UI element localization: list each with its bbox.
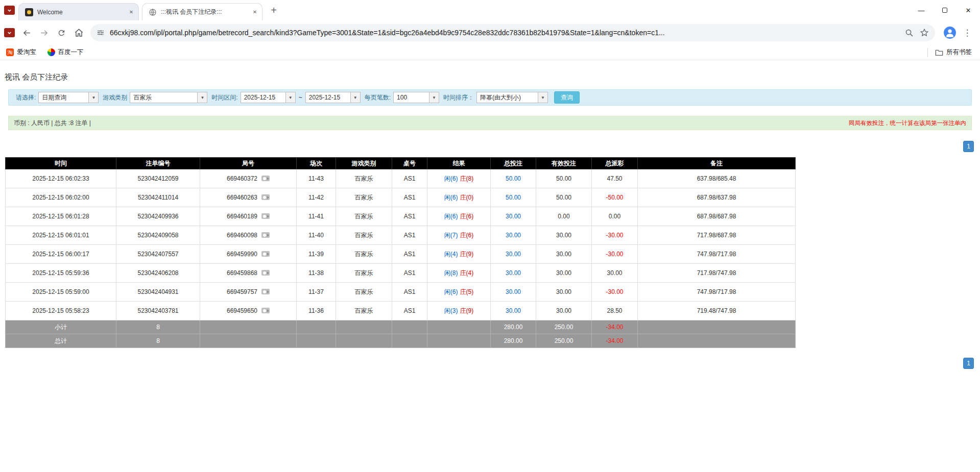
cell-session: 11-42	[297, 188, 336, 207]
total-bet-link[interactable]: 30.00	[506, 251, 521, 258]
cell-session: 11-38	[297, 264, 336, 283]
page-size-select[interactable]: 100 ▼	[393, 92, 439, 103]
cell-result: 闲(6)庄(8)	[427, 169, 491, 188]
cell-round: 669460098	[200, 226, 297, 245]
tab-betrecord[interactable]: :::视讯 会员下注纪录::: ✕	[142, 3, 262, 20]
result-player: 闲(6)	[444, 213, 458, 220]
video-replay-icon[interactable]	[261, 251, 270, 257]
cell-game-type: 百家乐	[336, 169, 392, 188]
bookmark-baidu[interactable]: 百度一下	[47, 48, 84, 57]
bookmarks-bar: 淘 爱淘宝 百度一下 所有书签	[0, 45, 980, 60]
chevron-down-icon	[7, 30, 12, 36]
video-replay-icon[interactable]	[261, 194, 270, 200]
total-bet-link[interactable]: 30.00	[506, 232, 521, 239]
cell-game-type: 百家乐	[336, 283, 392, 302]
url-bar[interactable]: 66cxkj98.com/ipl/portal.php/game/betreco…	[90, 24, 935, 41]
cell-time: 2025-12-15 06:00:17	[6, 245, 116, 264]
back-button[interactable]	[18, 24, 35, 41]
date-from-select[interactable]: 2025-12-15 ▼	[241, 92, 296, 103]
chevron-down-icon[interactable]: ▼	[538, 92, 547, 103]
game-type-select[interactable]: 百家乐 ▼	[130, 92, 207, 103]
bookmark-aitaobao[interactable]: 淘 爱淘宝	[6, 48, 36, 57]
cell-total-bet: 30.00	[491, 264, 536, 283]
menu-icon[interactable]: ⋮	[960, 25, 975, 40]
total-bet-link[interactable]: 50.00	[506, 175, 521, 182]
cell-total-bet: 30.00	[491, 207, 536, 226]
table-row: 2025-12-15 06:02:00523042411014669460263…	[6, 188, 796, 207]
cell-valid-bet: 30.00	[536, 264, 592, 283]
chevron-down-icon[interactable]: ▼	[88, 92, 98, 103]
minimize-button[interactable]: —	[910, 0, 933, 20]
total-total-bet: 280.00	[491, 334, 536, 348]
maximize-icon	[942, 8, 947, 13]
cell-payout: -30.00	[592, 245, 638, 264]
total-bet-link[interactable]: 30.00	[506, 307, 521, 314]
chevron-down-icon[interactable]: ▼	[350, 92, 360, 103]
bookmark-star-icon[interactable]	[920, 28, 929, 37]
video-replay-icon[interactable]	[261, 289, 270, 294]
total-bet-link[interactable]: 50.00	[506, 194, 521, 201]
forward-button[interactable]	[35, 24, 53, 41]
table-row: 2025-12-15 05:59:36523042406208669459868…	[6, 264, 796, 283]
site-settings-icon[interactable]	[97, 29, 105, 37]
result-banker: 庄(6)	[460, 213, 474, 220]
sort-select[interactable]: 降幂(由大到小) ▼	[476, 92, 548, 103]
chevron-down-icon[interactable]: ▼	[197, 92, 207, 103]
filter-bar: 请选择: 日期查询 ▼ 游戏类别 百家乐 ▼ 时间区间: 2025-12-15 …	[8, 89, 972, 106]
result-player: 闲(6)	[444, 194, 458, 201]
zoom-icon[interactable]	[905, 29, 914, 37]
nav-chevron-button[interactable]	[4, 28, 15, 37]
reload-button[interactable]	[53, 24, 70, 41]
cell-result: 闲(4)庄(9)	[427, 245, 491, 264]
cell-session: 11-40	[297, 226, 336, 245]
date-range-label: 时间区间:	[211, 93, 237, 102]
chevron-down-icon[interactable]: ▼	[285, 92, 295, 103]
chevron-down-icon[interactable]: ▼	[429, 92, 439, 103]
bet-record-table: 时间 注单编号 局号 场次 游戏类别 桌号 结果 总投注 有效投注 总派彩 备注…	[5, 157, 796, 348]
search-button[interactable]: 查询	[554, 91, 580, 104]
page-1-button[interactable]: 1	[963, 358, 974, 369]
result-banker: 庄(6)	[460, 232, 474, 239]
maximize-button[interactable]	[933, 0, 957, 20]
video-replay-icon[interactable]	[261, 232, 270, 238]
video-replay-icon[interactable]	[261, 213, 270, 219]
round-number: 669460372	[227, 175, 257, 182]
query-type-select[interactable]: 日期查询 ▼	[38, 92, 99, 103]
video-replay-icon[interactable]	[261, 176, 270, 181]
all-bookmarks-button[interactable]: 所有书签	[935, 48, 972, 57]
cell-round: 669459650	[200, 302, 297, 320]
cell-session: 11-41	[297, 207, 336, 226]
date-to-select[interactable]: 2025-12-15 ▼	[305, 92, 361, 103]
pagination-bottom: 1	[6, 358, 974, 369]
video-replay-icon[interactable]	[261, 270, 270, 276]
total-valid-bet: 250.00	[536, 334, 592, 348]
tab-close-icon[interactable]: ✕	[251, 8, 259, 16]
cell-time: 2025-12-15 05:59:00	[6, 283, 116, 302]
globe-icon	[149, 8, 157, 16]
navigation-bar: 66cxkj98.com/ipl/portal.php/game/betreco…	[0, 20, 980, 45]
home-button[interactable]	[70, 24, 87, 41]
cell-valid-bet: 50.00	[536, 188, 592, 207]
cell-game-type: 百家乐	[336, 302, 392, 320]
cell-time: 2025-12-15 06:02:00	[6, 188, 116, 207]
header-time: 时间	[6, 158, 116, 169]
sort-label: 时间排序：	[443, 93, 474, 102]
profile-avatar[interactable]	[943, 26, 957, 39]
total-bet-link[interactable]: 30.00	[506, 269, 521, 277]
close-window-button[interactable]: ✕	[957, 0, 980, 20]
table-summary: 小计 8 280.00 250.00 -34.00 总计 8 280.00 25…	[6, 320, 796, 348]
total-bet-link[interactable]: 30.00	[506, 213, 521, 220]
page-1-button[interactable]: 1	[963, 141, 974, 152]
result-banker: 庄(8)	[460, 175, 474, 182]
round-number: 669460098	[227, 232, 257, 239]
total-bet-link[interactable]: 30.00	[506, 288, 521, 295]
tab-strip-chevron-button[interactable]	[4, 6, 15, 15]
cell-valid-bet: 30.00	[536, 283, 592, 302]
video-replay-icon[interactable]	[261, 308, 270, 313]
tab-welcome[interactable]: Welcome ✕	[18, 3, 139, 20]
tab-close-icon[interactable]: ✕	[127, 8, 135, 16]
cell-result: 闲(3)庄(9)	[427, 302, 491, 320]
new-tab-button[interactable]: +	[267, 3, 281, 17]
cell-valid-bet: 0.00	[536, 207, 592, 226]
result-player: 闲(6)	[444, 175, 458, 182]
